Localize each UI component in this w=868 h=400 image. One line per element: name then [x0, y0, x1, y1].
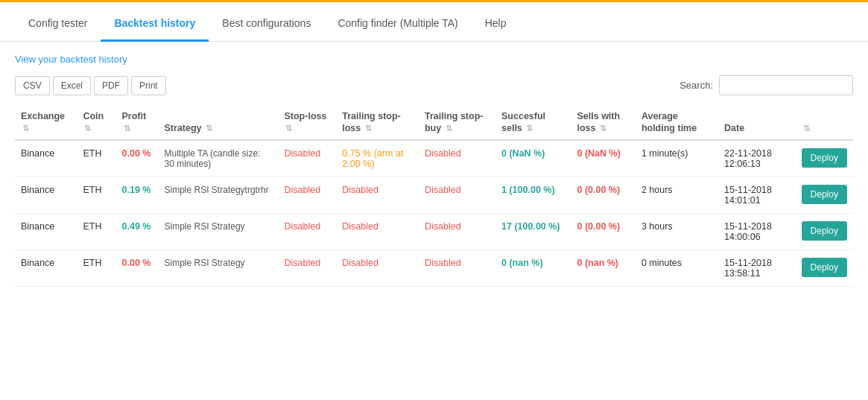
cell-trailing-stop-buy: Disabled — [419, 213, 495, 250]
table-body: BinanceETH0.00 %Multiple TA (candle size… — [15, 140, 853, 287]
cell-exchange: Binance — [15, 177, 77, 213]
cell-coin: ETH — [77, 213, 115, 250]
col-header-strategy[interactable]: Strategy ⇅ — [159, 106, 279, 140]
sort-icon-sells-with-loss: ⇅ — [600, 124, 606, 133]
sort-icon-trailing-stop-loss: ⇅ — [365, 124, 372, 133]
cell-stop-loss: Disabled — [278, 140, 336, 177]
navigation-tabs: Config testerBacktest historyBest config… — [0, 0, 868, 42]
tab-config-tester[interactable]: Config tester — [15, 5, 101, 42]
col-header-deploy[interactable]: ⇅ — [796, 106, 853, 140]
cell-deploy: Deploy — [796, 250, 853, 286]
cell-stop-loss: Disabled — [278, 250, 336, 286]
cell-profit: 0.00 % — [116, 140, 159, 177]
col-header-successful-sells[interactable]: Succesful sells ⇅ — [495, 106, 571, 140]
export-excel-button[interactable]: Excel — [53, 76, 91, 95]
deploy-button[interactable]: Deploy — [802, 221, 847, 241]
toolbar: CSVExcelPDFPrint Search: — [15, 75, 853, 95]
cell-date: 22-11-2018 12:06:13 — [718, 140, 796, 177]
cell-trailing-stop-buy: Disabled — [419, 250, 495, 286]
cell-date: 15-11-2018 14:01:01 — [718, 177, 796, 213]
cell-sells-with-loss: 0 (NaN %) — [571, 140, 635, 177]
col-header-date: Date — [718, 106, 796, 140]
table-row: BinanceETH0.49 %Simple RSI StrategyDisab… — [15, 213, 853, 250]
cell-exchange: Binance — [15, 213, 77, 250]
table-row: BinanceETH0.19 %Simple RSI Strategytrgtr… — [15, 177, 853, 213]
cell-strategy: Simple RSI Strategytrgtrhr — [159, 177, 279, 213]
col-header-stop-loss[interactable]: Stop-loss ⇅ — [278, 106, 336, 140]
cell-sells-with-loss: 0 (0.00 %) — [571, 213, 635, 250]
cell-avg-holding-time: 2 hours — [636, 177, 718, 213]
cell-trailing-stop-buy: Disabled — [419, 140, 495, 177]
cell-trailing-stop-loss: Disabled — [336, 250, 419, 286]
cell-strategy: Multiple TA (candle size: 30 minutes) — [159, 140, 279, 177]
export-pdf-button[interactable]: PDF — [94, 76, 128, 95]
cell-avg-holding-time: 1 minute(s) — [636, 140, 718, 177]
cell-trailing-stop-buy: Disabled — [419, 177, 495, 213]
sort-icon-strategy: ⇅ — [206, 124, 212, 133]
cell-successful-sells: 0 (NaN %) — [495, 140, 571, 177]
col-header-profit[interactable]: Profit ⇅ — [116, 106, 159, 140]
sort-icon-exchange: ⇅ — [22, 124, 29, 133]
sort-icon-successful-sells: ⇅ — [526, 124, 533, 133]
cell-deploy: Deploy — [796, 213, 853, 250]
sort-icon-stop-loss: ⇅ — [285, 124, 292, 133]
sort-icon-coin: ⇅ — [84, 124, 91, 133]
table-row: BinanceETH0.00 %Multiple TA (candle size… — [15, 140, 853, 177]
deploy-button[interactable]: Deploy — [802, 148, 847, 168]
tab-config-finder[interactable]: Config finder (Multiple TA) — [324, 5, 471, 42]
cell-trailing-stop-loss: Disabled — [336, 177, 419, 213]
export-csv-button[interactable]: CSV — [15, 76, 50, 95]
cell-successful-sells: 0 (nan %) — [495, 250, 571, 286]
cell-stop-loss: Disabled — [278, 213, 336, 250]
cell-exchange: Binance — [15, 140, 77, 177]
cell-date: 15-11-2018 13:58:11 — [718, 250, 796, 286]
search-area: Search: — [679, 75, 853, 95]
page-subtitle: View your backtest history — [15, 54, 853, 65]
cell-trailing-stop-loss: 0.75 % (arm at 2.00 %) — [336, 140, 419, 177]
col-header-sells-with-loss[interactable]: Sells with loss ⇅ — [571, 106, 635, 140]
tab-backtest-history[interactable]: Backtest history — [101, 5, 209, 42]
col-header-coin[interactable]: Coin ⇅ — [77, 106, 115, 140]
cell-profit: 0.49 % — [116, 213, 159, 250]
cell-stop-loss: Disabled — [278, 177, 336, 213]
sort-icon-trailing-stop-buy: ⇅ — [446, 124, 452, 133]
table-header-row: Exchange ⇅Coin ⇅Profit ⇅Strategy ⇅Stop-l… — [15, 106, 853, 140]
cell-avg-holding-time: 0 minutes — [636, 250, 718, 286]
cell-avg-holding-time: 3 hours — [636, 213, 718, 250]
col-header-average-holding-time: Average holding time — [636, 106, 718, 140]
sort-icon-profit: ⇅ — [124, 124, 130, 133]
cell-date: 15-11-2018 14:00:06 — [718, 213, 796, 250]
deploy-button[interactable]: Deploy — [802, 185, 847, 204]
cell-exchange: Binance — [15, 250, 77, 286]
search-input[interactable] — [719, 75, 853, 95]
col-header-trailing-stop-loss[interactable]: Trailing stop-loss ⇅ — [336, 106, 419, 140]
cell-profit: 0.00 % — [116, 250, 159, 286]
backtest-table: Exchange ⇅Coin ⇅Profit ⇅Strategy ⇅Stop-l… — [15, 106, 853, 287]
cell-deploy: Deploy — [796, 177, 853, 213]
table-row: BinanceETH0.00 %Simple RSI StrategyDisab… — [15, 250, 853, 286]
col-header-trailing-stop-buy[interactable]: Trailing stop-buy ⇅ — [419, 106, 495, 140]
cell-strategy: Simple RSI Strategy — [159, 213, 279, 250]
sort-icon-deploy: ⇅ — [803, 124, 810, 133]
cell-coin: ETH — [77, 177, 115, 213]
cell-strategy: Simple RSI Strategy — [159, 250, 279, 286]
cell-successful-sells: 1 (100.00 %) — [495, 177, 571, 213]
cell-sells-with-loss: 0 (0.00 %) — [571, 177, 635, 213]
col-header-exchange[interactable]: Exchange ⇅ — [15, 106, 77, 140]
deploy-button[interactable]: Deploy — [802, 258, 847, 277]
cell-deploy: Deploy — [796, 140, 853, 177]
export-print-button[interactable]: Print — [131, 76, 166, 95]
cell-profit: 0.19 % — [116, 177, 159, 213]
search-label: Search: — [679, 80, 713, 91]
tab-best-configurations[interactable]: Best configurations — [209, 5, 324, 42]
tab-help[interactable]: Help — [472, 5, 520, 42]
cell-successful-sells: 17 (100.00 %) — [495, 213, 571, 250]
cell-coin: ETH — [77, 140, 115, 177]
cell-sells-with-loss: 0 (nan %) — [571, 250, 635, 286]
cell-trailing-stop-loss: Disabled — [336, 213, 419, 250]
cell-coin: ETH — [77, 250, 115, 286]
